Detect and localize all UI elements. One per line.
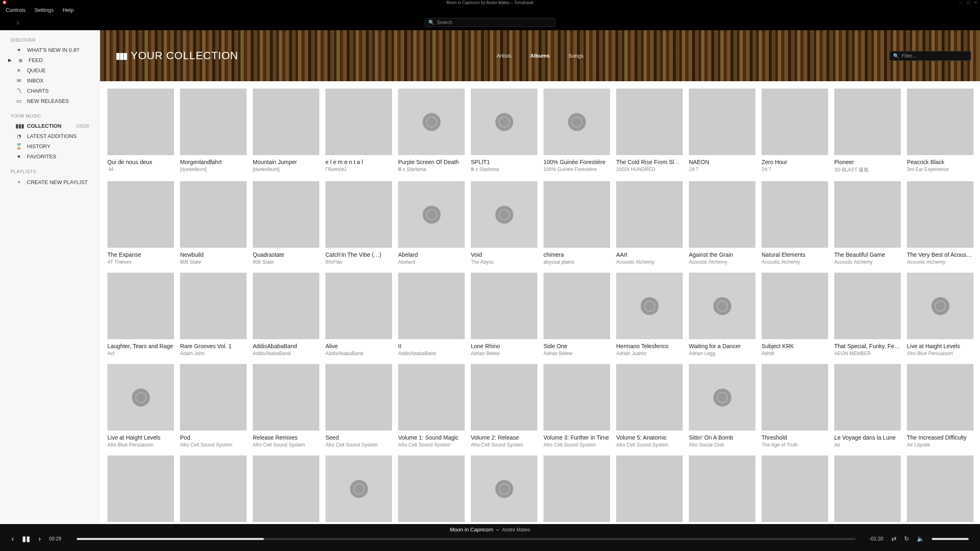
- album-cover[interactable]: [398, 181, 465, 248]
- menu-help[interactable]: Help: [62, 7, 74, 13]
- album-cover[interactable]: [543, 181, 610, 248]
- album-cover[interactable]: [762, 273, 828, 339]
- album-cover[interactable]: [834, 181, 901, 248]
- album-cover[interactable]: [689, 273, 755, 339]
- album-cover[interactable]: [180, 273, 247, 339]
- album-cell[interactable]: Morgenlandfahrt[dunkelbunt]: [180, 89, 247, 173]
- album-cover[interactable]: [398, 364, 465, 431]
- album-cover[interactable]: [471, 273, 537, 339]
- tab-songs[interactable]: Songs: [568, 53, 584, 59]
- album-cell[interactable]: Live at Haight LevelsAfro Blue Persuasio…: [107, 364, 174, 448]
- sidebar-item-new-releases[interactable]: ▭ NEW RELEASES: [0, 96, 100, 106]
- sidebar-item-create-playlist[interactable]: ＋ CREATE NEW PLAYLIST: [0, 176, 100, 188]
- album-cover[interactable]: [325, 181, 392, 248]
- album-cell[interactable]: [689, 455, 755, 524]
- album-cell[interactable]: The Increased DifficultyAir Liquide: [907, 364, 973, 448]
- album-cell[interactable]: [471, 455, 537, 524]
- album-cover[interactable]: [471, 181, 537, 248]
- album-cover[interactable]: [616, 455, 683, 522]
- album-cover[interactable]: [253, 89, 319, 155]
- album-cell[interactable]: The Expanse4T Thieves: [107, 181, 174, 265]
- album-cell[interactable]: [543, 455, 610, 524]
- album-cover[interactable]: [325, 364, 392, 431]
- album-cover[interactable]: [907, 364, 973, 431]
- album-cell[interactable]: Waiting for a DancerAdrian Legg: [689, 273, 755, 356]
- album-cell[interactable]: The Very Best of Acoustic AlchemyAcousti…: [907, 181, 973, 265]
- close-icon[interactable]: ✕: [974, 0, 978, 4]
- album-cell[interactable]: Subject KRKAdroit: [762, 273, 828, 356]
- album-cell[interactable]: Pioneer3D BLAST 爆風: [834, 89, 901, 173]
- volume-slider[interactable]: [932, 538, 969, 540]
- album-cell[interactable]: [907, 455, 973, 524]
- album-cell[interactable]: Laughter, Tears and RageAct: [107, 273, 174, 356]
- album-cell[interactable]: Purple Screen Of DeathⅢ x Starloma: [398, 89, 465, 173]
- album-cell[interactable]: Volume 1: Sound MagicAfro Celt Sound Sys…: [398, 364, 465, 448]
- sidebar-item-inbox[interactable]: ✉ INBOX: [0, 76, 100, 86]
- album-cover[interactable]: [180, 181, 247, 248]
- play-pause-button[interactable]: ▮▮: [22, 534, 30, 543]
- album-grid-scroll[interactable]: Qui de nous deux-M-Morgenlandfahrt[dunke…: [100, 81, 980, 524]
- album-cell[interactable]: VoidThe Abyss: [471, 181, 537, 265]
- nav-forward-icon[interactable]: ›: [0, 17, 19, 28]
- album-cell[interactable]: [107, 455, 174, 524]
- album-cell[interactable]: Volume 3: Further in TimeAfro Celt Sound…: [543, 364, 610, 448]
- album-cell[interactable]: The Beautiful GameAcoustic Alchemy: [834, 181, 901, 265]
- menu-controls[interactable]: Controls: [6, 7, 25, 13]
- album-cell[interactable]: Zero Hour24:7: [762, 89, 828, 173]
- sidebar-item-queue[interactable]: ≡ QUEUE: [0, 65, 100, 76]
- global-search[interactable]: 🔍 Search: [425, 18, 555, 27]
- album-cover[interactable]: [543, 364, 610, 431]
- album-cover[interactable]: [107, 181, 174, 248]
- album-cell[interactable]: AliveAddisAbabaBand: [325, 273, 392, 356]
- album-cover[interactable]: [107, 89, 174, 155]
- album-cell[interactable]: AArtAcoustic Alchemy: [616, 181, 683, 265]
- album-cover[interactable]: [107, 273, 174, 339]
- album-cover[interactable]: [398, 455, 465, 522]
- album-cell[interactable]: e l e m e n t a lΓfluenceJ: [325, 89, 392, 173]
- album-cover[interactable]: [398, 273, 465, 339]
- album-cover[interactable]: [689, 455, 755, 522]
- album-cover[interactable]: [762, 181, 828, 248]
- album-cover[interactable]: [907, 455, 973, 522]
- album-cover[interactable]: [180, 364, 247, 431]
- album-cell[interactable]: chimeraabyssal plains: [543, 181, 610, 265]
- menu-settings[interactable]: Settings: [34, 7, 53, 13]
- sidebar-item-collection[interactable]: ▮▮▮ COLLECTION 14620: [0, 121, 100, 131]
- album-cover[interactable]: [834, 89, 901, 155]
- album-cover[interactable]: [834, 455, 901, 522]
- album-cell[interactable]: [325, 455, 392, 524]
- album-cover[interactable]: [180, 89, 247, 155]
- album-cell[interactable]: Against the GrainAcoustic Alchemy: [689, 181, 755, 265]
- album-cell[interactable]: Sittin' On A BombAfro Social Club: [689, 364, 755, 448]
- album-cover[interactable]: [543, 455, 610, 522]
- album-cell[interactable]: Side OneAdrian Belew: [543, 273, 610, 356]
- album-cell[interactable]: [616, 455, 683, 524]
- sidebar-item-charts[interactable]: 〽 CHARTS: [0, 86, 100, 96]
- minimize-icon[interactable]: —: [959, 0, 962, 4]
- album-cell[interactable]: [762, 455, 828, 524]
- repeat-button[interactable]: ↻: [904, 535, 909, 542]
- album-cell[interactable]: Natural ElementsAcoustic Alchemy: [762, 181, 828, 265]
- album-cell[interactable]: Mountain Jumper[dunkelbunt]: [253, 89, 319, 173]
- album-cover[interactable]: [107, 455, 174, 522]
- album-cell[interactable]: Release RemixesAfro Celt Sound System: [253, 364, 319, 448]
- album-cell[interactable]: Live at Haight LevelsAfro Blue Persuasio…: [907, 273, 973, 356]
- album-cell[interactable]: SPLIT1Ⅲ x Starloma: [471, 89, 537, 173]
- window-controls[interactable]: — ▢ ✕: [959, 0, 978, 4]
- album-cell[interactable]: NAEON24:7: [689, 89, 755, 173]
- album-cover[interactable]: [253, 455, 319, 522]
- album-cell[interactable]: AddisAbabaBandAddisAbabaBand: [253, 273, 319, 356]
- album-cover[interactable]: [253, 273, 319, 339]
- album-cover[interactable]: [543, 273, 610, 339]
- album-cell[interactable]: IIAddisAbabaBand: [398, 273, 465, 356]
- album-cell[interactable]: Volume 2: ReleaseAfro Celt Sound System: [471, 364, 537, 448]
- album-cell[interactable]: [253, 455, 319, 524]
- album-cell[interactable]: Lone RhinoAdrian Belew: [471, 273, 537, 356]
- album-cover[interactable]: [762, 364, 828, 431]
- album-cell[interactable]: Quadrastate808 State: [253, 181, 319, 265]
- album-cover[interactable]: [325, 89, 392, 155]
- maximize-icon[interactable]: ▢: [967, 0, 970, 4]
- album-cell[interactable]: 100% Guinée Forestière100% Guinée Forest…: [543, 89, 610, 173]
- album-cover[interactable]: [325, 455, 392, 522]
- album-cover[interactable]: [907, 181, 973, 248]
